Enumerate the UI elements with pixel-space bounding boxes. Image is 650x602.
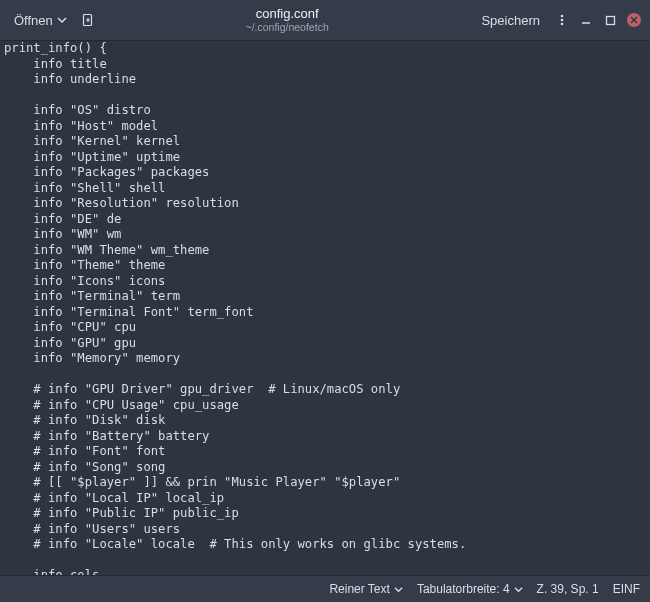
cursor-position[interactable]: Z. 39, Sp. 1 [537,582,599,596]
open-button[interactable]: Öffnen [6,9,75,32]
chevron-down-icon [514,585,523,594]
close-icon [627,13,641,27]
header-bar: Öffnen config.conf ~/.config/neofetch Sp… [0,0,650,41]
open-button-label: Öffnen [14,13,53,28]
minimize-icon [580,14,592,26]
syntax-mode-selector[interactable]: Reiner Text [329,582,402,596]
text-editor-area[interactable]: print_info() { info title info underline… [0,41,650,575]
maximize-button[interactable] [600,10,620,30]
tab-width-label: Tabulatorbreite: 4 [417,582,510,596]
source-code: print_info() { info title info underline… [0,41,650,575]
close-button[interactable] [624,10,644,30]
save-button[interactable]: Speichern [473,9,548,32]
svg-point-3 [561,23,564,26]
maximize-icon [605,15,616,26]
save-button-label: Speichern [481,13,540,28]
insert-mode[interactable]: EINF [613,582,640,596]
new-document-icon [81,13,95,27]
title-block: config.conf ~/.config/neofetch [101,7,474,34]
status-bar: Reiner Text Tabulatorbreite: 4 Z. 39, Sp… [0,575,650,602]
document-path: ~/.config/neofetch [101,21,474,33]
svg-rect-4 [606,16,614,24]
chevron-down-icon [57,15,67,25]
document-title: config.conf [101,7,474,22]
cursor-position-label: Z. 39, Sp. 1 [537,582,599,596]
tab-width-selector[interactable]: Tabulatorbreite: 4 [417,582,523,596]
kebab-menu-icon [555,13,569,27]
minimize-button[interactable] [576,10,596,30]
svg-point-1 [561,15,564,18]
new-tab-button[interactable] [75,9,101,31]
svg-point-2 [561,19,564,22]
chevron-down-icon [394,585,403,594]
syntax-mode-label: Reiner Text [329,582,389,596]
insert-mode-label: EINF [613,582,640,596]
editor-window: Öffnen config.conf ~/.config/neofetch Sp… [0,0,650,602]
hamburger-menu-button[interactable] [552,10,572,30]
